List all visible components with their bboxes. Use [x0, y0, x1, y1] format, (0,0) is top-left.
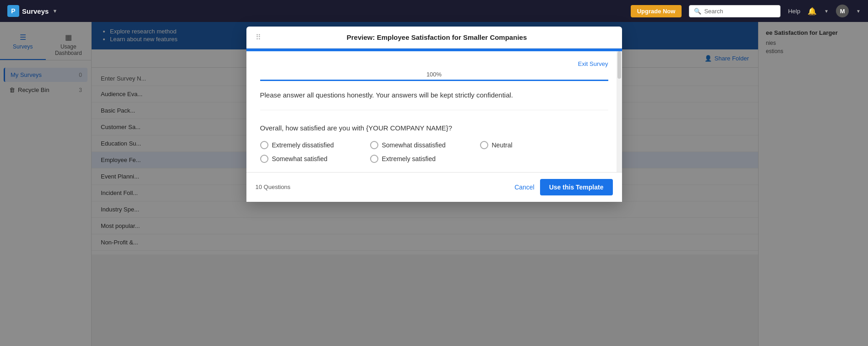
notifications-bell-icon[interactable]: 🔔 — [808, 7, 817, 16]
app-logo[interactable]: P Surveys ▼ — [7, 5, 57, 17]
survey-option-extremely-satisfied[interactable]: Extremely satisfied — [370, 155, 462, 163]
notification-dropdown-icon[interactable]: ▼ — [824, 9, 829, 14]
main-layout: ☰ Surveys ▦ Usage Dashboard My Surveys 0… — [0, 22, 868, 346]
survey-option-extremely-dissatisfied[interactable]: Extremely dissatisfied — [260, 141, 352, 149]
option-label-extremely-dissatisfied: Extremely dissatisfied — [272, 141, 334, 149]
avatar-dropdown-icon[interactable]: ▼ — [856, 9, 861, 14]
scrollbar-thumb[interactable] — [617, 51, 621, 79]
modal-overlay: ⠿ Preview: Employee Satisfaction for Sma… — [0, 22, 868, 346]
modal-header: ⠿ Preview: Employee Satisfaction for Sma… — [246, 27, 622, 49]
modal-body: Exit Survey 100% Please answer all quest… — [246, 49, 622, 172]
survey-question-text: Overall, how satisfied are you with {YOU… — [260, 124, 608, 132]
scrollbar-track — [617, 51, 622, 172]
modal-title: Preview: Employee Satisfaction for Small… — [261, 33, 613, 41]
option-label-extremely-satisfied: Extremely satisfied — [382, 155, 436, 162]
app-name: Surveys — [22, 7, 49, 15]
exit-survey-button[interactable]: Exit Survey — [578, 60, 608, 67]
radio-extremely-dissatisfied[interactable] — [260, 141, 268, 149]
survey-option-somewhat-dissatisfied[interactable]: Somewhat dissatisfied — [370, 141, 462, 149]
help-link[interactable]: Help — [788, 8, 800, 15]
logo-icon: P — [7, 5, 19, 17]
survey-option-neutral[interactable]: Neutral — [480, 141, 572, 149]
radio-neutral[interactable] — [480, 141, 488, 149]
app-dropdown-icon[interactable]: ▼ — [52, 8, 57, 14]
preview-modal: ⠿ Preview: Employee Satisfaction for Sma… — [246, 27, 622, 202]
survey-progress-label: 100% — [260, 71, 608, 78]
radio-extremely-satisfied[interactable] — [370, 155, 378, 163]
cancel-button[interactable]: Cancel — [514, 184, 535, 191]
radio-somewhat-satisfied[interactable] — [260, 155, 268, 163]
modal-footer: 10 Questions Cancel Use this Template — [246, 172, 622, 202]
search-icon: 🔍 — [694, 8, 701, 15]
exit-survey-row: Exit Survey — [260, 60, 608, 67]
drag-handle-icon: ⠿ — [256, 33, 261, 42]
upgrade-button[interactable]: Upgrade Now — [631, 5, 682, 17]
search-box[interactable]: 🔍 Search — [689, 5, 781, 17]
survey-intro-text: Please answer all questions honestly. Yo… — [260, 90, 608, 110]
modal-footer-actions: Cancel Use this Template — [514, 179, 612, 195]
use-template-button[interactable]: Use this Template — [540, 179, 613, 195]
search-placeholder: Search — [704, 8, 723, 15]
avatar[interactable]: M — [836, 5, 849, 17]
option-label-somewhat-satisfied: Somewhat satisfied — [272, 155, 328, 162]
survey-progress-line — [260, 80, 608, 81]
questions-count-label: 10 Questions — [256, 184, 291, 190]
survey-option-somewhat-satisfied[interactable]: Somewhat satisfied — [260, 155, 352, 163]
top-navigation: P Surveys ▼ Upgrade Now 🔍 Search Help 🔔 … — [0, 0, 868, 22]
radio-somewhat-dissatisfied[interactable] — [370, 141, 378, 149]
option-label-somewhat-dissatisfied: Somewhat dissatisfied — [382, 141, 446, 149]
option-label-neutral: Neutral — [492, 141, 513, 149]
modal-survey-area[interactable]: Exit Survey 100% Please answer all quest… — [246, 51, 622, 172]
survey-options: Extremely dissatisfied Somewhat dissatis… — [260, 141, 608, 163]
